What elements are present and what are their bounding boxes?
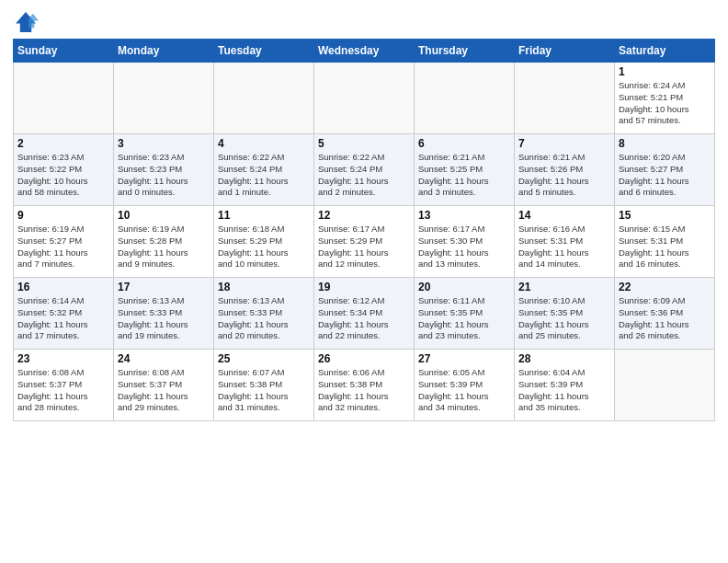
day-number: 16 bbox=[17, 281, 109, 293]
day-number: 12 bbox=[318, 209, 410, 222]
day-number: 15 bbox=[619, 209, 711, 222]
day-info: Sunrise: 6:05 AM Sunset: 5:39 PM Dayligh… bbox=[418, 367, 510, 414]
weekday-monday: Monday bbox=[114, 40, 214, 63]
day-info: Sunrise: 6:07 AM Sunset: 5:38 PM Dayligh… bbox=[218, 367, 310, 414]
calendar-cell: 17Sunrise: 6:13 AM Sunset: 5:33 PM Dayli… bbox=[114, 278, 214, 350]
calendar-cell: 14Sunrise: 6:16 AM Sunset: 5:31 PM Dayli… bbox=[515, 206, 615, 278]
day-number: 28 bbox=[518, 352, 610, 365]
calendar-cell: 8Sunrise: 6:20 AM Sunset: 5:27 PM Daylig… bbox=[615, 134, 715, 206]
day-number: 20 bbox=[418, 281, 510, 293]
svg-marker-1 bbox=[28, 14, 39, 29]
day-number: 13 bbox=[418, 209, 510, 222]
day-number: 9 bbox=[17, 209, 109, 222]
day-info: Sunrise: 6:20 AM Sunset: 5:27 PM Dayligh… bbox=[619, 152, 711, 199]
calendar-cell: 22Sunrise: 6:09 AM Sunset: 5:36 PM Dayli… bbox=[615, 278, 715, 350]
day-number: 1 bbox=[619, 65, 711, 78]
weekday-thursday: Thursday bbox=[415, 40, 515, 63]
week-row-5: 23Sunrise: 6:08 AM Sunset: 5:37 PM Dayli… bbox=[14, 350, 715, 421]
calendar-cell: 1Sunrise: 6:24 AM Sunset: 5:21 PM Daylig… bbox=[615, 63, 715, 134]
calendar-cell: 26Sunrise: 6:06 AM Sunset: 5:38 PM Dayli… bbox=[314, 350, 415, 421]
day-number: 14 bbox=[518, 209, 610, 222]
day-number: 27 bbox=[418, 352, 510, 365]
day-number: 19 bbox=[318, 281, 410, 293]
calendar-cell: 13Sunrise: 6:17 AM Sunset: 5:30 PM Dayli… bbox=[415, 206, 515, 278]
day-info: Sunrise: 6:15 AM Sunset: 5:31 PM Dayligh… bbox=[619, 224, 711, 270]
day-info: Sunrise: 6:22 AM Sunset: 5:24 PM Dayligh… bbox=[318, 152, 410, 199]
calendar-cell: 10Sunrise: 6:19 AM Sunset: 5:28 PM Dayli… bbox=[114, 206, 214, 278]
day-info: Sunrise: 6:24 AM Sunset: 5:21 PM Dayligh… bbox=[619, 80, 711, 127]
day-info: Sunrise: 6:14 AM Sunset: 5:32 PM Dayligh… bbox=[17, 295, 109, 342]
day-info: Sunrise: 6:21 AM Sunset: 5:25 PM Dayligh… bbox=[418, 152, 510, 199]
header bbox=[13, 9, 715, 35]
day-info: Sunrise: 6:17 AM Sunset: 5:30 PM Dayligh… bbox=[418, 224, 510, 270]
calendar-cell: 28Sunrise: 6:04 AM Sunset: 5:39 PM Dayli… bbox=[515, 350, 615, 421]
day-info: Sunrise: 6:17 AM Sunset: 5:29 PM Dayligh… bbox=[318, 224, 410, 270]
day-info: Sunrise: 6:11 AM Sunset: 5:35 PM Dayligh… bbox=[418, 295, 510, 342]
calendar-cell bbox=[214, 63, 314, 134]
weekday-tuesday: Tuesday bbox=[214, 40, 314, 63]
day-info: Sunrise: 6:23 AM Sunset: 5:23 PM Dayligh… bbox=[118, 152, 210, 199]
day-info: Sunrise: 6:12 AM Sunset: 5:34 PM Dayligh… bbox=[318, 295, 410, 342]
weekday-sunday: Sunday bbox=[14, 40, 114, 63]
day-number: 3 bbox=[118, 137, 210, 150]
calendar-cell: 25Sunrise: 6:07 AM Sunset: 5:38 PM Dayli… bbox=[214, 350, 314, 421]
day-info: Sunrise: 6:09 AM Sunset: 5:36 PM Dayligh… bbox=[619, 295, 711, 342]
day-number: 10 bbox=[118, 209, 210, 222]
page-container: SundayMondayTuesdayWednesdayThursdayFrid… bbox=[0, 0, 728, 427]
day-info: Sunrise: 6:13 AM Sunset: 5:33 PM Dayligh… bbox=[118, 295, 210, 342]
day-info: Sunrise: 6:18 AM Sunset: 5:29 PM Dayligh… bbox=[218, 224, 310, 270]
calendar-cell: 3Sunrise: 6:23 AM Sunset: 5:23 PM Daylig… bbox=[114, 134, 214, 206]
day-number: 26 bbox=[318, 352, 410, 365]
day-info: Sunrise: 6:04 AM Sunset: 5:39 PM Dayligh… bbox=[518, 367, 610, 414]
logo-icon bbox=[13, 9, 39, 35]
day-number: 5 bbox=[318, 137, 410, 150]
day-number: 25 bbox=[218, 352, 310, 365]
calendar-cell: 20Sunrise: 6:11 AM Sunset: 5:35 PM Dayli… bbox=[415, 278, 515, 350]
calendar-cell: 9Sunrise: 6:19 AM Sunset: 5:27 PM Daylig… bbox=[14, 206, 114, 278]
calendar-cell: 6Sunrise: 6:21 AM Sunset: 5:25 PM Daylig… bbox=[415, 134, 515, 206]
calendar-cell: 23Sunrise: 6:08 AM Sunset: 5:37 PM Dayli… bbox=[14, 350, 114, 421]
week-row-3: 9Sunrise: 6:19 AM Sunset: 5:27 PM Daylig… bbox=[14, 206, 715, 278]
day-number: 21 bbox=[518, 281, 610, 293]
calendar-cell: 5Sunrise: 6:22 AM Sunset: 5:24 PM Daylig… bbox=[314, 134, 415, 206]
day-number: 18 bbox=[218, 281, 310, 293]
calendar-cell: 2Sunrise: 6:23 AM Sunset: 5:22 PM Daylig… bbox=[14, 134, 114, 206]
calendar-cell: 18Sunrise: 6:13 AM Sunset: 5:33 PM Dayli… bbox=[214, 278, 314, 350]
calendar-cell bbox=[314, 63, 415, 134]
day-number: 17 bbox=[118, 281, 210, 293]
calendar-cell: 11Sunrise: 6:18 AM Sunset: 5:29 PM Dayli… bbox=[214, 206, 314, 278]
day-info: Sunrise: 6:10 AM Sunset: 5:35 PM Dayligh… bbox=[518, 295, 610, 342]
logo bbox=[13, 9, 42, 35]
day-number: 24 bbox=[118, 352, 210, 365]
day-info: Sunrise: 6:22 AM Sunset: 5:24 PM Dayligh… bbox=[218, 152, 310, 199]
calendar-cell: 21Sunrise: 6:10 AM Sunset: 5:35 PM Dayli… bbox=[515, 278, 615, 350]
week-row-4: 16Sunrise: 6:14 AM Sunset: 5:32 PM Dayli… bbox=[14, 278, 715, 350]
weekday-wednesday: Wednesday bbox=[314, 40, 415, 63]
calendar-cell: 27Sunrise: 6:05 AM Sunset: 5:39 PM Dayli… bbox=[415, 350, 515, 421]
day-info: Sunrise: 6:13 AM Sunset: 5:33 PM Dayligh… bbox=[218, 295, 310, 342]
day-info: Sunrise: 6:19 AM Sunset: 5:28 PM Dayligh… bbox=[118, 224, 210, 270]
week-row-1: 1Sunrise: 6:24 AM Sunset: 5:21 PM Daylig… bbox=[14, 63, 715, 134]
day-info: Sunrise: 6:21 AM Sunset: 5:26 PM Dayligh… bbox=[518, 152, 610, 199]
day-number: 23 bbox=[17, 352, 109, 365]
calendar-cell bbox=[615, 350, 715, 421]
day-number: 7 bbox=[518, 137, 610, 150]
calendar-cell: 4Sunrise: 6:22 AM Sunset: 5:24 PM Daylig… bbox=[214, 134, 314, 206]
calendar-cell: 15Sunrise: 6:15 AM Sunset: 5:31 PM Dayli… bbox=[615, 206, 715, 278]
day-number: 4 bbox=[218, 137, 310, 150]
day-number: 8 bbox=[619, 137, 711, 150]
day-info: Sunrise: 6:08 AM Sunset: 5:37 PM Dayligh… bbox=[118, 367, 210, 414]
calendar-cell bbox=[515, 63, 615, 134]
calendar-table: SundayMondayTuesdayWednesdayThursdayFrid… bbox=[13, 39, 715, 421]
calendar-cell: 24Sunrise: 6:08 AM Sunset: 5:37 PM Dayli… bbox=[114, 350, 214, 421]
day-number: 11 bbox=[218, 209, 310, 222]
calendar-cell: 16Sunrise: 6:14 AM Sunset: 5:32 PM Dayli… bbox=[14, 278, 114, 350]
day-info: Sunrise: 6:06 AM Sunset: 5:38 PM Dayligh… bbox=[318, 367, 410, 414]
day-number: 22 bbox=[619, 281, 711, 293]
day-number: 6 bbox=[418, 137, 510, 150]
calendar-cell: 7Sunrise: 6:21 AM Sunset: 5:26 PM Daylig… bbox=[515, 134, 615, 206]
day-info: Sunrise: 6:08 AM Sunset: 5:37 PM Dayligh… bbox=[17, 367, 109, 414]
weekday-header-row: SundayMondayTuesdayWednesdayThursdayFrid… bbox=[14, 40, 715, 63]
calendar-cell bbox=[14, 63, 114, 134]
weekday-saturday: Saturday bbox=[615, 40, 715, 63]
